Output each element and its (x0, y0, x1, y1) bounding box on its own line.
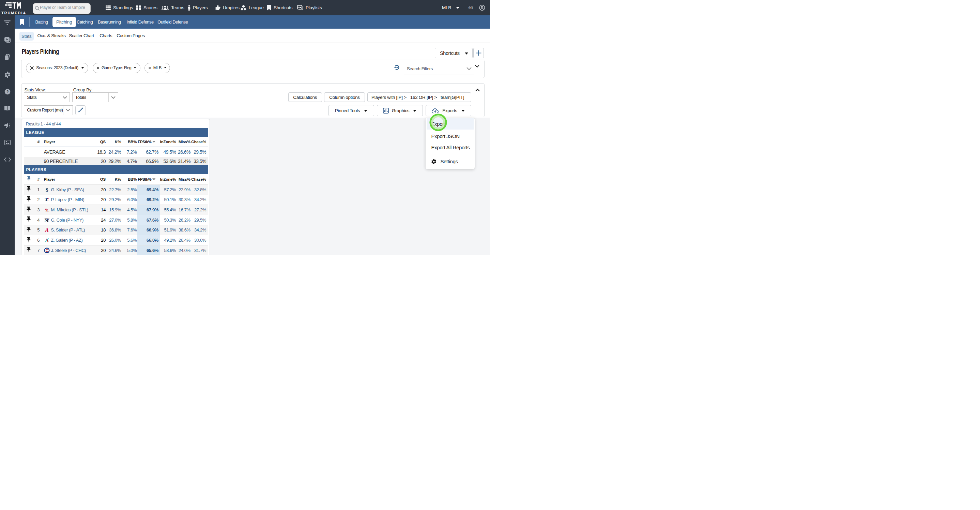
svg-text:A: A (45, 227, 49, 233)
svg-text:L: L (46, 208, 49, 213)
svg-text:?: ? (6, 90, 8, 94)
svg-text:C: C (45, 249, 48, 253)
svg-text:T: T (45, 197, 48, 202)
svg-text:Y: Y (46, 217, 49, 223)
